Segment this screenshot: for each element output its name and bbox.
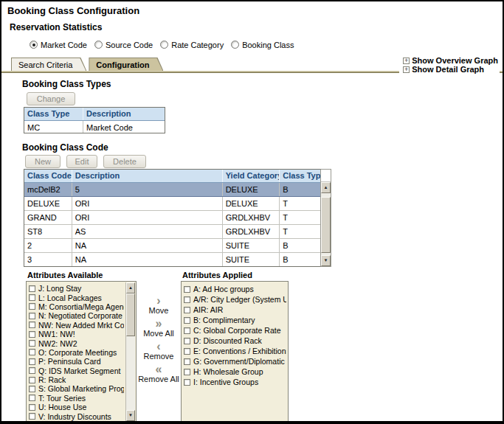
attribute-item[interactable]: M: Consortia/Mega Agencies xyxy=(29,302,124,311)
attribute-item[interactable]: E: Conventions / Exhibitions xyxy=(184,346,286,356)
attribute-item[interactable]: L: Local Packages xyxy=(29,293,124,302)
attribute-checkbox[interactable] xyxy=(184,369,190,375)
scrollbar-track[interactable] xyxy=(321,193,331,255)
attribute-item[interactable]: I: Incentive Groups xyxy=(184,377,286,387)
show-overview-graph-link[interactable]: +Show Overview Graph xyxy=(403,56,498,65)
remove-all-button[interactable]: «Remove All xyxy=(138,364,179,384)
tab-search-criteria[interactable]: Search Criteria xyxy=(11,58,86,71)
attribute-item[interactable]: U: House Use xyxy=(29,403,124,411)
move-button[interactable]: ›Move xyxy=(149,296,169,316)
attribute-item[interactable]: V: Industry Discounts xyxy=(29,411,124,420)
attribute-item[interactable]: NW2: NW2 xyxy=(29,338,124,347)
radio-option-market-code[interactable]: Market Code xyxy=(30,41,87,49)
table-row[interactable]: MCMarket Code xyxy=(24,121,165,133)
available-scrollbar-thumb[interactable] xyxy=(126,293,135,336)
attribute-item[interactable]: C: Global Corporate Rate xyxy=(184,325,286,336)
attribute-checkbox[interactable] xyxy=(184,286,190,293)
radio-market-code[interactable] xyxy=(30,41,38,49)
attribute-checkbox[interactable] xyxy=(29,294,35,301)
attribute-checkbox[interactable] xyxy=(29,303,35,310)
delete-button[interactable]: Delete xyxy=(103,155,146,168)
radio-source-code[interactable] xyxy=(94,41,103,49)
attribute-item[interactable]: P: Peninsula Card xyxy=(29,357,124,366)
attribute-checkbox[interactable] xyxy=(29,367,35,374)
table-row[interactable]: ST8ASGRDLXHBVT xyxy=(24,225,320,239)
radio-option-booking-class[interactable]: Booking Class xyxy=(231,41,294,49)
remove-button[interactable]: ‹Remove xyxy=(144,341,174,361)
attribute-checkbox[interactable] xyxy=(29,358,35,365)
attribute-checkbox[interactable] xyxy=(29,313,35,319)
attribute-label: Q: IDS Market Segment xyxy=(38,366,120,375)
scrollbar-up-button[interactable]: ▲ xyxy=(321,182,331,193)
change-button[interactable]: Change xyxy=(27,92,75,105)
radio-option-rate-category[interactable]: Rate Category xyxy=(160,41,224,49)
attributes-available-listbox[interactable]: J: Long StayL: Local PackagesM: Consorti… xyxy=(26,281,137,423)
attribute-checkbox[interactable] xyxy=(29,377,35,383)
attribute-item[interactable]: O: Corporate Meetings xyxy=(29,348,124,357)
table-row[interactable]: 2NASUITEB xyxy=(24,239,320,253)
attribute-checkbox[interactable] xyxy=(184,358,190,365)
table-row[interactable]: GRANDORIGRDLXHBVT xyxy=(24,211,320,225)
table-row[interactable]: 3NASUITEB xyxy=(24,253,320,266)
attribute-item[interactable]: S: Global Marketing Programme xyxy=(29,384,124,393)
radio-booking-class[interactable] xyxy=(231,41,239,49)
attribute-item[interactable]: A: Ad Hoc groups xyxy=(184,284,286,294)
attribute-item[interactable]: N: Negotiated Corporate xyxy=(29,311,124,320)
edit-button[interactable]: Edit xyxy=(66,155,97,168)
table-vertical-scrollbar[interactable]: ▲ ▼ xyxy=(321,182,331,266)
attribute-checkbox[interactable] xyxy=(184,379,190,386)
attribute-checkbox[interactable] xyxy=(29,331,35,338)
attribute-checkbox[interactable] xyxy=(184,348,190,355)
scrollbar-thumb[interactable] xyxy=(321,197,331,253)
scrollbar-down-button[interactable]: ▼ xyxy=(321,255,331,266)
attribute-checkbox[interactable] xyxy=(184,317,190,324)
booking-class-types-heading: Booking Class Types xyxy=(22,79,503,89)
attribute-checkbox[interactable] xyxy=(29,386,35,392)
attribute-item[interactable]: AIR: AIR xyxy=(184,305,286,315)
move-all-button[interactable]: »Move All xyxy=(143,319,174,338)
attribute-checkbox[interactable] xyxy=(29,413,35,420)
attribute-item[interactable]: G: Government/Diplomatic xyxy=(184,356,286,366)
attribute-checkbox[interactable] xyxy=(29,349,35,355)
table-row[interactable]: DELUXEORIDELUXET xyxy=(24,197,320,211)
available-scrollbar-up-button[interactable]: ▲ xyxy=(126,282,135,293)
radio-rate-category[interactable] xyxy=(160,41,168,49)
attribute-label: U: House Use xyxy=(38,403,86,411)
column-header-yield-category: Yield Category xyxy=(223,170,280,182)
attribute-checkbox[interactable] xyxy=(29,285,35,292)
attribute-item[interactable]: T: Tour Series xyxy=(29,394,124,403)
attribute-label: NW: New Added Mrkt Code xyxy=(38,321,124,330)
table-row-selected[interactable]: mcDelB25DELUXEB xyxy=(24,183,320,197)
tab-configuration[interactable]: Configuration xyxy=(89,58,163,71)
available-scrollbar-down-button[interactable]: ▼ xyxy=(126,410,135,421)
attribute-checkbox[interactable] xyxy=(184,327,190,334)
attribute-item[interactable]: H: Wholesale Group xyxy=(184,366,286,377)
available-list-scrollbar[interactable]: ▲ ▼ xyxy=(125,282,135,421)
radio-option-source-code[interactable]: Source Code xyxy=(94,41,153,49)
table-cell: GRDLXHBV xyxy=(223,211,280,224)
column-header-class-code: Class Code xyxy=(24,170,72,182)
attribute-label: R: Rack xyxy=(38,375,66,384)
attribute-item[interactable]: NW: New Added Mrkt Code xyxy=(29,321,124,330)
attribute-checkbox[interactable] xyxy=(29,395,35,401)
attribute-checkbox[interactable] xyxy=(184,296,190,303)
attribute-item[interactable]: NW1: NW! xyxy=(29,330,124,338)
attribute-item[interactable]: R: Rack xyxy=(29,375,124,384)
attribute-checkbox[interactable] xyxy=(29,404,35,411)
attribute-item[interactable]: Q: IDS Market Segment xyxy=(29,366,124,375)
table-cell: B xyxy=(280,183,320,196)
table-cell: DELUXE xyxy=(24,197,72,210)
attributes-applied-label: Attributes Applied xyxy=(182,271,289,281)
attribute-item[interactable]: D: Discounted Rack xyxy=(184,336,286,346)
new-button[interactable]: New xyxy=(25,155,61,168)
attribute-item[interactable]: J: Long Stay xyxy=(29,284,124,293)
attribute-checkbox[interactable] xyxy=(29,340,35,347)
attribute-item[interactable]: B: Complimentary xyxy=(184,315,286,325)
show-detail-graph-link[interactable]: +Show Detail Graph xyxy=(403,65,498,74)
attribute-checkbox[interactable] xyxy=(29,322,35,328)
attribute-item[interactable]: A/R: City Ledger (System Used) xyxy=(184,294,286,305)
attributes-applied-listbox[interactable]: A: Ad Hoc groupsA/R: City Ledger (System… xyxy=(181,281,289,423)
attribute-checkbox[interactable] xyxy=(184,338,190,344)
available-scrollbar-track[interactable] xyxy=(126,293,135,410)
attribute-checkbox[interactable] xyxy=(184,307,190,313)
